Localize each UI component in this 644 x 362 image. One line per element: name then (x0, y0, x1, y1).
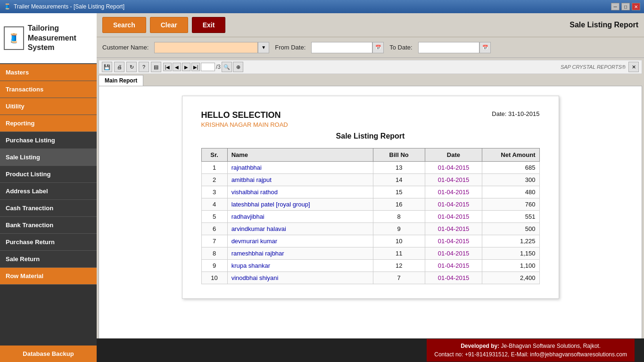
cell-date: 01-04-2015 (425, 198, 482, 211)
cell-amount: 300 (482, 174, 539, 186)
cell-date: 01-04-2015 (425, 235, 482, 247)
cell-amount: 760 (482, 198, 539, 211)
title-bar: 🧵 Trailer Measurements - [Sale Listing R… (0, 0, 644, 13)
minimize-button[interactable]: ─ (611, 3, 619, 10)
crystal-toolbar: 💾 🖨 ↻ ? ▤ |◀ ◀ ▶ ▶| 1 /3 🔍 ⊕ (99, 60, 642, 74)
cell-sr: 10 (201, 272, 227, 284)
sidebar-item-sale-listing[interactable]: Sale Listing (0, 149, 97, 166)
to-date-input[interactable] (418, 42, 479, 53)
report-document: HELLO SELECTION KRISHNA NAGAR MAIN ROAD … (182, 96, 559, 299)
zoom-btn[interactable]: ⊕ (233, 62, 243, 72)
table-row: 5radhavjibhai801-04-2015551 (201, 211, 539, 223)
sidebar-item-cash-tranection[interactable]: Cash Tranection (0, 200, 97, 217)
cell-date: 01-04-2015 (425, 223, 482, 235)
maximize-button[interactable]: □ (621, 3, 630, 10)
cell-bill: 10 (373, 235, 425, 247)
main-report-tab[interactable]: Main Report (99, 75, 143, 86)
cell-bill: 13 (373, 162, 425, 174)
cell-name: lateshbhai patel [royal group] (227, 198, 373, 211)
sidebar-item-row-material[interactable]: Row Material (0, 268, 97, 285)
exit-button[interactable]: Exit (192, 17, 226, 33)
from-date-picker-btn[interactable]: 📅 (372, 42, 384, 53)
col-sr: Sr. (201, 148, 227, 162)
prev-page-btn[interactable]: ◀ (173, 63, 181, 71)
help-btn[interactable]: ? (139, 62, 149, 72)
table-row: 8rameshbhai rajbhar1101-04-20151,150 (201, 247, 539, 260)
cell-sr: 3 (201, 186, 227, 198)
first-page-btn[interactable]: |◀ (163, 63, 172, 71)
cell-amount: 685 (482, 162, 539, 174)
table-row: 9krupa shankar1201-04-20151,100 (201, 260, 539, 272)
toolbar: Search Clear Exit Sale Listing Report (97, 13, 644, 37)
crystal-brand: SAP CRYSTAL REPORTS® (561, 64, 626, 70)
cell-sr: 5 (201, 211, 227, 223)
cell-sr: 8 (201, 247, 227, 260)
cell-name: rajnathbhai (227, 162, 373, 174)
close-button[interactable]: ✕ (632, 3, 640, 10)
sidebar-item-reporting[interactable]: Reporting (0, 115, 97, 132)
sidebar: 🧵 TailoringMeasurement System Masters Tr… (0, 13, 97, 362)
page-nav: |◀ ◀ ▶ ▶| 1 /3 🔍 ⊕ (163, 62, 243, 72)
cell-date: 01-04-2015 (425, 174, 482, 186)
col-date: Date (425, 148, 482, 162)
crystal-close-btn[interactable]: ✕ (628, 62, 639, 72)
database-backup-button[interactable]: Database Backup (0, 346, 97, 362)
report-table: Sr. Name Bill No Date Net Amount 1rajnat… (201, 148, 540, 284)
customer-label: Customer Name: (102, 44, 149, 51)
cell-date: 01-04-2015 (425, 260, 482, 272)
sidebar-item-utility[interactable]: Uitility (0, 98, 97, 115)
next-page-btn[interactable]: ▶ (182, 63, 190, 71)
sidebar-item-purchase-listing[interactable]: Purchase Listing (0, 132, 97, 149)
logo-text: TailoringMeasurement System (28, 24, 93, 53)
from-date-label: From Date: (275, 44, 305, 51)
cell-bill: 9 (373, 223, 425, 235)
sidebar-menu: Masters Transactions Uitility Reporting … (0, 64, 97, 346)
refresh-btn[interactable]: ↻ (126, 62, 137, 72)
footer: Developed by: Je-Bhagvan Software Soluti… (97, 338, 644, 362)
report-tab-bar: Main Report (97, 74, 644, 86)
last-page-btn[interactable]: ▶| (191, 63, 200, 71)
cell-amount: 551 (482, 211, 539, 223)
cell-sr: 9 (201, 260, 227, 272)
search-page-btn[interactable]: 🔍 (222, 62, 232, 72)
sidebar-item-sale-return[interactable]: Sale Return (0, 251, 97, 268)
app-icon: 🧵 (4, 3, 11, 10)
sidebar-item-address-label[interactable]: Address Label (0, 183, 97, 200)
from-date-input[interactable] (311, 42, 372, 53)
cell-amount: 2,400 (482, 272, 539, 284)
cell-amount: 1,225 (482, 235, 539, 247)
footer-dev-info: Developed by: Je-Bhagvan Software Soluti… (427, 339, 635, 362)
sidebar-item-product-listing[interactable]: Product Listing (0, 166, 97, 183)
customer-name-input[interactable] (154, 42, 258, 53)
export-btn[interactable]: 💾 (102, 62, 112, 72)
sidebar-item-masters[interactable]: Masters (0, 64, 97, 81)
page-number-input[interactable]: 1 (201, 63, 215, 71)
search-button[interactable]: Search (102, 17, 146, 33)
sidebar-item-bank-tranection[interactable]: Bank Tranection (0, 217, 97, 234)
toggle-tree-btn[interactable]: ▤ (151, 62, 161, 72)
cell-name: radhavjibhai (227, 211, 373, 223)
cell-bill: 8 (373, 211, 425, 223)
col-bill: Bill No (373, 148, 425, 162)
cell-date: 01-04-2015 (425, 211, 482, 223)
report-body: 💾 🖨 ↻ ? ▤ |◀ ◀ ▶ ▶| 1 /3 🔍 ⊕ (97, 58, 644, 362)
page-total: /3 (216, 64, 221, 70)
cell-date: 01-04-2015 (425, 162, 482, 174)
content-area: Search Clear Exit Sale Listing Report Cu… (97, 13, 644, 362)
sidebar-logo: 🧵 TailoringMeasurement System (0, 13, 97, 64)
clear-button[interactable]: Clear (150, 17, 188, 33)
window-controls: ─ □ ✕ (611, 3, 640, 10)
col-name: Name (227, 148, 373, 162)
title-bar-text: Trailer Measurements - [Sale Listing Rep… (14, 3, 124, 10)
sidebar-item-transactions[interactable]: Transactions (0, 81, 97, 98)
cell-bill: 12 (373, 260, 425, 272)
print-btn[interactable]: 🖨 (114, 62, 124, 72)
cell-sr: 2 (201, 174, 227, 186)
sidebar-item-purchase-return[interactable]: Purchase Return (0, 234, 97, 251)
cell-name: vinodbhai shiyani (227, 272, 373, 284)
report-scroll-area[interactable]: HELLO SELECTION KRISHNA NAGAR MAIN ROAD … (99, 86, 642, 349)
cell-sr: 4 (201, 198, 227, 211)
to-date-picker-btn[interactable]: 📅 (479, 42, 491, 53)
report-doc-title: Sale Listing Report (201, 132, 540, 140)
customer-dropdown-btn[interactable]: ▼ (258, 42, 269, 53)
